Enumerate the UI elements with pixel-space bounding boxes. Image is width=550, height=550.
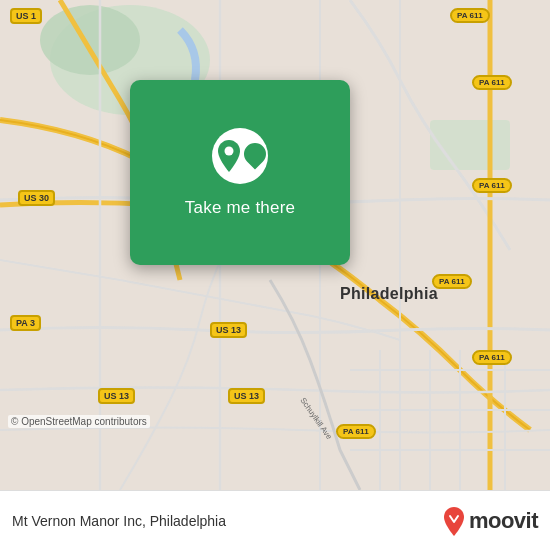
moovit-pin-icon: [441, 506, 467, 536]
bottom-bar: Mt Vernon Manor Inc, Philadelphia moovit: [0, 490, 550, 550]
badge-us13-bot1: US 13: [98, 388, 135, 404]
moovit-brand-text: moovit: [469, 508, 538, 534]
badge-pa611-mid2: PA 611: [472, 178, 512, 193]
badge-pa611-mid3: PA 611: [432, 274, 472, 289]
badge-us13-bot2: US 13: [228, 388, 265, 404]
badge-pa3: PA 3: [10, 315, 41, 331]
badge-us30: US 30: [18, 190, 55, 206]
map-container: Schuylkill Ave US 1 I 75 US 13 PA 611 PA…: [0, 0, 550, 490]
badge-us1: US 1: [10, 8, 42, 24]
svg-rect-3: [430, 120, 510, 170]
osm-attribution: © OpenStreetMap contributors: [8, 415, 150, 428]
badge-pa611-bot: PA 611: [336, 424, 376, 439]
badge-us13-mid: US 13: [210, 322, 247, 338]
svg-point-5: [225, 146, 234, 155]
badge-pa611-mid1: PA 611: [472, 75, 512, 90]
take-me-there-button[interactable]: Take me there: [185, 198, 295, 218]
pin-svg: [214, 138, 244, 174]
svg-point-2: [40, 5, 140, 75]
badge-pa611-top: PA 611: [450, 8, 490, 23]
location-text: Mt Vernon Manor Inc, Philadelphia: [12, 513, 226, 529]
location-pin-icon: [212, 128, 268, 184]
location-popup: Take me there: [130, 80, 350, 265]
badge-pa611-mid4: PA 611: [472, 350, 512, 365]
moovit-logo: moovit: [441, 506, 538, 536]
city-label: Philadelphia: [340, 285, 438, 303]
